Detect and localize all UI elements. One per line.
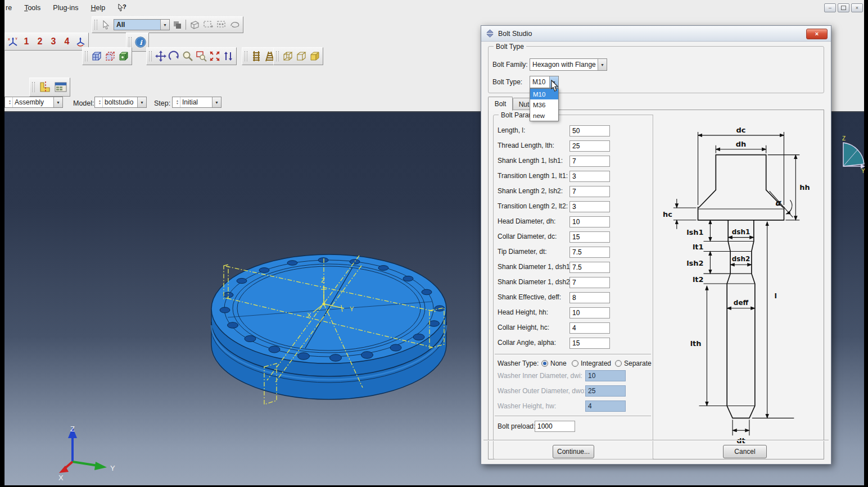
cube-outline-2-icon[interactable] [295,50,308,62]
param-input-head-diameter[interactable] [569,216,610,227]
chevron-down-icon[interactable]: ▼ [53,97,62,107]
param-label: Collar Angle, alpha: [498,339,556,347]
param-input-shank-diameter-1[interactable] [569,262,610,273]
param-input-length[interactable] [569,125,610,136]
dashed-rect-points-icon[interactable] [215,19,228,31]
toolbar-grip[interactable] [129,37,132,47]
param-label: Shank Diameter 1, dsh1: [498,263,572,271]
bolt-type-group-title: Bolt Type [494,43,526,51]
close-window-button[interactable]: × [851,3,863,12]
washer-height-label: Washer Height, hw: [498,402,556,410]
axis-rotate-icon[interactable] [74,35,87,48]
washer-separate-radio[interactable] [615,360,622,367]
svg-text:?: ? [123,3,126,10]
lasso-icon[interactable] [229,19,241,31]
magnify-icon[interactable] [182,50,194,62]
rotate-icon[interactable] [168,50,180,62]
spinner-icon[interactable]: ▲▼ [175,97,180,107]
select-arrow-icon[interactable] [100,19,112,31]
param-input-shank-length-2[interactable] [569,186,610,197]
module-toolbar [29,78,70,97]
bolt-family-combo[interactable]: Hexagon with Flange ▼ [530,58,607,71]
param-label: Transition Length 2, lt2: [498,202,568,210]
minimize-button[interactable]: – [824,3,836,12]
continue-button[interactable]: Continue... [553,445,594,458]
toolbar-grip[interactable] [276,51,279,61]
parallel-projection-icon[interactable] [250,50,263,62]
dialog-close-button[interactable]: × [806,29,828,39]
view-2-button[interactable]: 2 [34,37,46,47]
spinner-icon[interactable]: ▲▼ [97,97,103,107]
spinner-icon[interactable]: ▲▼ [7,97,13,107]
menu-item-plugins[interactable]: Plug-ins [48,3,83,13]
instance-manager-icon[interactable] [53,80,68,94]
tab-bolt[interactable]: Bolt [488,97,513,111]
cancel-button[interactable]: Cancel [723,445,767,458]
module-value: Assembly [15,98,44,106]
cycle-views-icon[interactable] [222,50,234,62]
toolbar-grip[interactable] [245,51,247,61]
dropdown-option-new[interactable]: new [530,110,558,121]
param-input-thread-length[interactable] [569,140,610,152]
step-combo[interactable]: ▲▼ Initial ▼ [172,97,221,108]
selection-filter-combo[interactable]: All ▼ [114,19,170,30]
param-input-shank-effective[interactable] [569,292,610,303]
menu-item-tools[interactable]: Tools [19,3,46,13]
toolbar-grip[interactable] [32,82,35,92]
view-compass[interactable]: Z Y [838,134,866,173]
view-4-button[interactable]: 4 [61,37,73,47]
shaded-render-icon[interactable] [117,50,130,62]
view-1-button[interactable]: 1 [20,37,33,47]
washer-integrated-label[interactable]: Integrated [581,359,611,367]
context-help-cursor-icon[interactable]: ? [116,2,128,14]
chevron-down-icon[interactable]: ▼ [137,97,146,107]
hidden-line-render-icon[interactable] [104,50,116,62]
bolt-preload-input[interactable] [535,421,575,432]
menu-item-feature[interactable]: re [4,3,17,13]
param-input-tip-diameter[interactable] [569,247,610,258]
model-combo[interactable]: ▲▼ boltstudio ▼ [94,97,147,108]
menu-item-help[interactable]: Help [85,3,110,13]
flange-model[interactable]: Z Y X [202,250,483,410]
param-label: Shank Diameter 1, dsh2: [498,278,572,286]
washer-separate-label[interactable]: Separate [624,359,652,367]
info-icon[interactable]: i [134,36,147,48]
overlapping-squares-icon[interactable] [171,19,183,31]
param-input-collar-height[interactable] [569,322,610,334]
chevron-down-icon[interactable]: ▼ [598,59,607,70]
cube-solid-icon[interactable] [309,50,321,62]
fit-view-icon[interactable] [209,50,221,62]
bolt-diagram: dc dh hh α hc lsh1 lt1 lsh2 lt2 dsh1 dsh… [660,117,822,454]
create-instance-icon[interactable] [38,80,52,94]
toolbar-grip[interactable] [85,51,88,61]
toolbar-grip[interactable] [94,20,97,30]
dropdown-option-m36[interactable]: M36 [530,99,558,110]
module-combo[interactable]: ▲▼ Assembly ▼ [4,97,63,108]
view-3-button[interactable]: 3 [47,37,60,47]
toolbar-grip[interactable] [149,51,152,61]
pan-icon[interactable] [155,50,167,62]
param-input-shank-diameter-2[interactable] [569,277,610,288]
param-label: Head Height, hh: [498,308,548,316]
model-label: Model: [73,99,94,107]
chevron-down-icon[interactable]: ▼ [212,97,221,107]
param-input-transition-length-1[interactable] [569,171,610,182]
param-input-head-height[interactable] [569,307,610,318]
param-input-shank-length-1[interactable] [569,156,610,167]
axis-triad-icon[interactable]: YX [7,35,19,48]
wireframe-render-icon[interactable] [91,50,103,62]
zoom-box-icon[interactable] [195,50,207,62]
dialog-titlebar[interactable]: Bolt Studio [481,26,831,42]
cube-outline-1-icon[interactable] [282,50,294,62]
restore-button[interactable] [838,3,849,12]
washer-none-radio[interactable] [541,360,548,367]
param-input-collar-diameter[interactable] [569,231,610,243]
param-input-transition-length-2[interactable] [569,201,610,212]
washer-none-label[interactable]: None [550,359,567,367]
wire-box-icon[interactable] [188,19,201,31]
dashed-rect-plus-icon[interactable] [202,19,214,31]
washer-integrated-radio[interactable] [572,360,578,367]
param-input-collar-angle[interactable] [569,338,610,349]
chevron-down-icon[interactable]: ▼ [160,20,169,30]
param-label: Tip Diameter, dt: [498,248,547,256]
